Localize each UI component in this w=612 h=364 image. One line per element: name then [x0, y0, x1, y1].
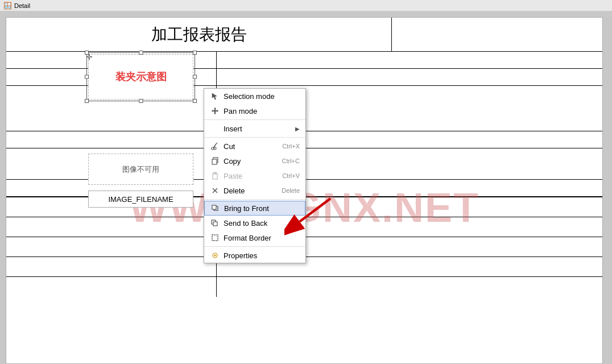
copy-icon — [210, 156, 220, 166]
canvas-area: 加工报表报告 WWW.NGNX.NET — [0, 11, 612, 364]
pan-icon — [210, 106, 220, 116]
selected-image-widget[interactable]: 装夹示意图 — [88, 54, 193, 100]
svg-rect-6 — [212, 159, 217, 164]
menu-item-send-to-back[interactable]: Send to Back — [204, 216, 305, 230]
menu-item-format-border[interactable]: Format Border — [204, 230, 305, 245]
cut-shortcut: Ctrl+X — [282, 143, 300, 150]
insert-icon — [210, 123, 220, 134]
paste-shortcut: Ctrl+V — [282, 172, 300, 179]
svg-line-4 — [216, 143, 217, 144]
svg-point-0 — [212, 147, 214, 150]
svg-point-17 — [214, 255, 216, 257]
delete-shortcut: Delete — [282, 187, 300, 194]
bring-to-front-label: Bring to Front — [224, 204, 299, 213]
separator-2 — [204, 137, 305, 138]
copy-label: Copy — [224, 157, 282, 166]
paste-icon — [210, 171, 220, 181]
title-right-cell — [392, 18, 602, 51]
report-title: 加工报表报告 — [6, 18, 392, 51]
window-icon: 🪟 — [3, 2, 12, 10]
menu-item-selection-mode[interactable]: Selection mode — [204, 89, 305, 104]
title-bar-label: Detail — [14, 2, 30, 9]
menu-item-paste[interactable]: Paste Ctrl+V — [204, 168, 305, 183]
selection-mode-label: Selection mode — [224, 92, 300, 101]
move-cursor-icon: ✛ — [86, 52, 93, 61]
cut-label: Cut — [224, 142, 282, 151]
context-menu: Selection mode Pan mode Insert ▶ — [204, 88, 306, 263]
send-back-icon — [210, 218, 220, 228]
title-bar: 🪟 Detail — [0, 0, 612, 11]
menu-item-properties[interactable]: Properties — [204, 248, 305, 263]
copy-shortcut: Ctrl+C — [282, 158, 300, 164]
image-unavailable-box: 图像不可用 — [88, 154, 193, 185]
cursor-icon — [210, 91, 220, 101]
bring-front-icon — [210, 203, 221, 213]
format-border-icon — [210, 233, 220, 243]
insert-label: Insert — [224, 125, 295, 133]
menu-item-cut[interactable]: Cut Ctrl+X — [204, 139, 305, 154]
widget-label: 装夹示意图 — [115, 70, 167, 84]
properties-icon — [210, 250, 220, 260]
menu-item-copy[interactable]: Copy Ctrl+C — [204, 154, 305, 168]
properties-label: Properties — [224, 251, 300, 260]
send-to-back-label: Send to Back — [224, 219, 300, 228]
svg-point-1 — [214, 147, 216, 150]
menu-item-delete[interactable]: Delete Delete — [204, 183, 305, 198]
cut-icon — [210, 141, 220, 151]
svg-rect-14 — [213, 222, 217, 226]
svg-rect-15 — [212, 235, 218, 241]
paste-label: Paste — [224, 172, 282, 180]
pan-mode-label: Pan mode — [224, 107, 300, 115]
delete-label: Delete — [224, 187, 282, 195]
separator-1 — [204, 119, 305, 120]
insert-arrow: ▶ — [295, 126, 300, 132]
svg-rect-12 — [212, 205, 216, 209]
report-title-row: 加工报表报告 — [6, 18, 602, 52]
image-filename-box: IMAGE_FILENAME — [88, 191, 193, 208]
separator-4 — [204, 246, 305, 247]
delete-icon — [210, 185, 220, 196]
format-border-label: Format Border — [224, 234, 300, 242]
menu-item-pan-mode[interactable]: Pan mode — [204, 104, 305, 118]
menu-item-bring-to-front[interactable]: Bring to Front — [204, 201, 305, 216]
menu-item-insert[interactable]: Insert ▶ — [204, 121, 305, 136]
separator-3 — [204, 199, 305, 200]
